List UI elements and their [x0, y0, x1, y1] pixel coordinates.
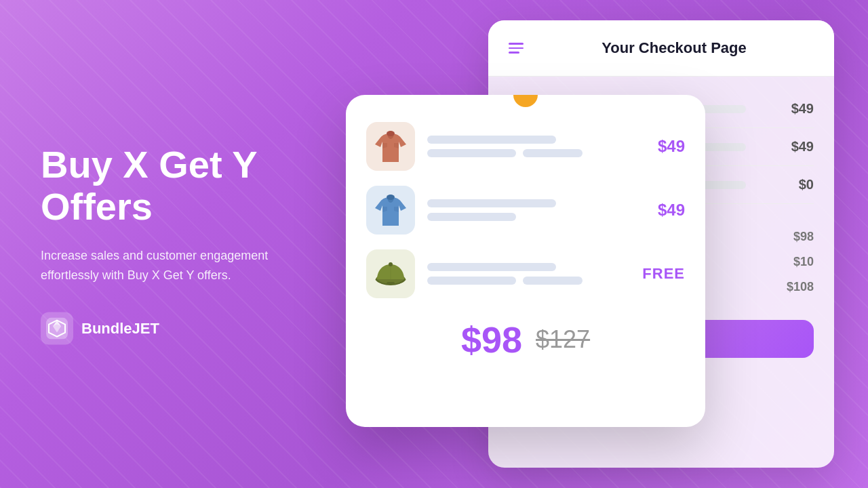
product-info-1 — [427, 136, 625, 157]
svg-rect-8 — [387, 282, 395, 285]
olive-cap-icon — [372, 259, 410, 289]
product-sub-bar-3 — [427, 277, 516, 285]
product-sub-bar-1 — [427, 149, 516, 157]
product-name-bar-3 — [427, 263, 556, 271]
product-price-3: FREE — [637, 265, 685, 283]
svg-point-4 — [387, 131, 395, 136]
left-panel: Buy X Get Y Offers Increase sales and cu… — [41, 144, 298, 345]
product-thumb-3 — [366, 249, 415, 298]
product-name-bar-1 — [427, 136, 556, 144]
brand-logo-icon — [46, 317, 68, 339]
product-row-3: FREE — [366, 249, 685, 298]
product-sub-bar-2 — [427, 213, 516, 221]
product-thumb-1 — [366, 122, 415, 171]
subtitle-text: Increase sales and customer engagement e… — [41, 246, 298, 285]
brand-logo — [41, 312, 73, 344]
checkout-page-title: Your Checkout Page — [534, 39, 814, 57]
product-tag-bar-3 — [523, 277, 583, 285]
main-product-card: $49 $49 — [346, 95, 705, 427]
product-row-1: $49 — [366, 122, 685, 171]
hamburger-icon[interactable] — [509, 43, 524, 54]
orange-dot-decoration — [513, 95, 538, 107]
product-thumb-2 — [366, 186, 415, 235]
red-hoodie-icon — [374, 128, 408, 165]
main-title: Buy X Get Y Offers — [41, 144, 298, 227]
brand-section: BundleJET — [41, 312, 298, 344]
checkout-bg-header: Your Checkout Page — [488, 20, 834, 77]
product-tag-bar-1 — [523, 149, 583, 157]
total-section: $98 $127 — [366, 319, 685, 361]
product-info-2 — [427, 199, 625, 221]
product-detail-row-1 — [427, 149, 625, 157]
product-info-3 — [427, 263, 625, 285]
title-line2: Offers — [41, 184, 153, 227]
product-detail-row-2 — [427, 213, 625, 221]
brand-name: BundleJET — [81, 319, 159, 337]
product-price-2: $49 — [637, 201, 685, 220]
product-price-1: $49 — [637, 137, 685, 156]
total-old-price: $127 — [536, 325, 590, 354]
svg-point-7 — [389, 262, 393, 266]
product-row-2: $49 — [366, 186, 685, 235]
total-new-price: $98 — [461, 319, 522, 361]
price-val-3: $0 — [760, 177, 814, 192]
price-val-1: $49 — [760, 101, 814, 117]
product-name-bar-2 — [427, 199, 556, 207]
price-val-2: $49 — [760, 139, 814, 155]
title-line1: Buy X Get Y — [41, 143, 258, 186]
product-detail-row-3 — [427, 277, 625, 285]
blue-hoodie-icon — [374, 192, 408, 228]
product-list: $49 $49 — [366, 122, 685, 298]
svg-point-5 — [387, 195, 395, 200]
